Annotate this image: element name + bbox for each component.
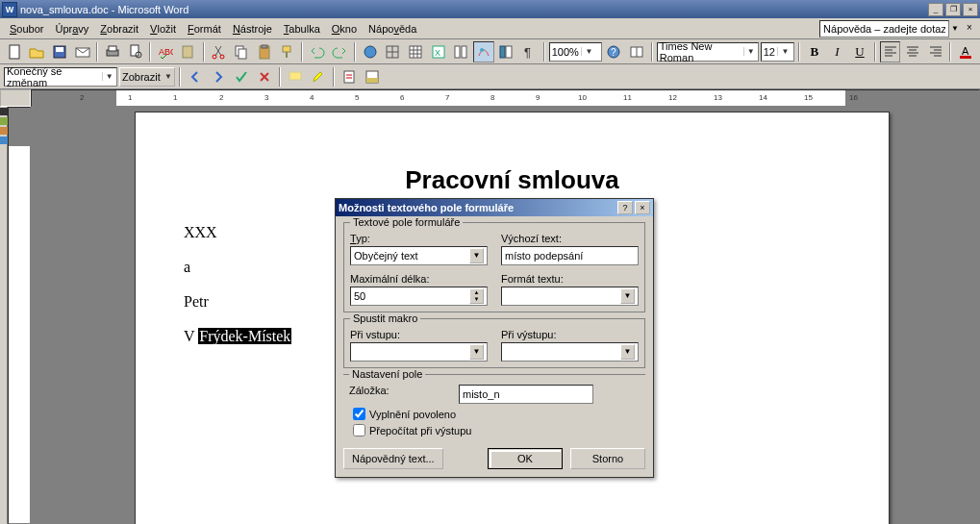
- menu-upravy[interactable]: Úpravy: [49, 21, 94, 37]
- type-select[interactable]: Obyčejný text▼: [350, 246, 488, 265]
- menu-soubor[interactable]: Soubor: [4, 21, 49, 37]
- recalc-check-icon[interactable]: [353, 424, 365, 437]
- menu-nastroje[interactable]: Nástroje: [227, 21, 278, 37]
- word-app-icon: W: [2, 2, 17, 17]
- underline-icon[interactable]: U: [849, 41, 870, 62]
- font-size-combo[interactable]: 12▼: [761, 42, 794, 62]
- maxlen-input[interactable]: 50 ▲ ▼: [350, 287, 488, 306]
- font-combo[interactable]: Times New Roman▼: [657, 42, 759, 62]
- svg-text:X: X: [435, 48, 440, 58]
- save-icon[interactable]: [49, 41, 70, 62]
- hyperlink-icon[interactable]: [360, 41, 381, 62]
- menu-zobrazit[interactable]: Zobrazit: [94, 21, 144, 37]
- minimize-button[interactable]: _: [928, 3, 943, 16]
- label-text-format: Formát textu:: [501, 273, 639, 285]
- insert-table-icon[interactable]: [405, 41, 426, 62]
- columns-icon[interactable]: [450, 41, 471, 62]
- close-button[interactable]: ×: [963, 3, 978, 16]
- track-changes-icon[interactable]: [339, 66, 360, 87]
- standard-toolbar: ABC X ¶ 100%▼ ? Times New Roman▼ 12▼ B I…: [0, 39, 980, 64]
- cancel-button[interactable]: Storno: [570, 448, 645, 469]
- dialog-titlebar[interactable]: Možnosti textového pole formuláře ? ×: [336, 199, 653, 216]
- svg-point-11: [220, 55, 224, 59]
- reviewing-toolbar: Konečný se změnam▼ Zobrazit▼: [0, 64, 980, 89]
- help-dropdown-icon[interactable]: ▼: [949, 24, 961, 33]
- read-icon[interactable]: [626, 41, 647, 62]
- prev-change-icon[interactable]: [185, 66, 206, 87]
- drawing-icon[interactable]: [473, 41, 494, 62]
- help-text-button[interactable]: Nápovědný text...: [343, 448, 443, 469]
- default-text-input[interactable]: [501, 246, 639, 265]
- vertical-ruler[interactable]: [8, 107, 31, 524]
- horizontal-ruler[interactable]: 2 1 1 2 3 4 5 6 7 8 9 10 11 12 13 14 15 …: [31, 89, 980, 107]
- align-center-icon[interactable]: [902, 41, 923, 62]
- italic-icon[interactable]: I: [827, 41, 848, 62]
- doc-map-icon[interactable]: [496, 41, 517, 62]
- menu-format[interactable]: Formát: [182, 21, 227, 37]
- highlight-icon[interactable]: [308, 66, 329, 87]
- help-search-input[interactable]: [819, 20, 949, 37]
- fieldset-macro: Spustit makro Při vstupu: ▼ Při výstupu:…: [343, 318, 645, 368]
- menu-okno[interactable]: Okno: [326, 21, 363, 37]
- svg-rect-15: [262, 45, 267, 48]
- ok-button[interactable]: OK: [488, 448, 563, 469]
- menu-tabulka[interactable]: Tabulka: [278, 21, 326, 37]
- cut-icon[interactable]: [209, 41, 230, 62]
- font-color-icon[interactable]: A: [955, 41, 976, 62]
- open-icon[interactable]: [27, 41, 48, 62]
- svg-rect-9: [183, 46, 192, 58]
- menu-vlozit[interactable]: Vložit: [144, 21, 182, 37]
- new-comment-icon[interactable]: [285, 66, 306, 87]
- legend-macro: Spustit makro: [350, 312, 420, 324]
- bookmark-input[interactable]: [459, 385, 593, 404]
- show-marks-icon[interactable]: ¶: [518, 41, 540, 62]
- svg-rect-37: [366, 78, 378, 83]
- svg-rect-27: [506, 46, 512, 58]
- redo-icon[interactable]: [330, 41, 351, 62]
- new-doc-icon[interactable]: [4, 41, 25, 62]
- accept-change-icon[interactable]: [231, 66, 252, 87]
- close-doc-button[interactable]: ×: [963, 22, 976, 36]
- entry-macro-select[interactable]: ▼: [350, 342, 488, 362]
- dialog-close-button[interactable]: ×: [635, 201, 650, 214]
- bold-icon[interactable]: B: [804, 41, 825, 62]
- form-field-highlight[interactable]: Frýdek-Místek: [198, 328, 291, 344]
- format-select[interactable]: ▼: [501, 287, 639, 306]
- label-default-text: Výchozí text:: [501, 233, 639, 244]
- window-title: nova_smlouva.doc - Microsoft Word: [20, 4, 188, 15]
- reject-change-icon[interactable]: [254, 66, 275, 87]
- svg-point-10: [213, 55, 216, 59]
- maximize-button[interactable]: ❐: [945, 3, 961, 16]
- reviewing-pane-icon[interactable]: [362, 66, 383, 87]
- zoom-combo[interactable]: 100%▼: [549, 42, 602, 62]
- excel-icon[interactable]: X: [428, 41, 449, 62]
- format-painter-icon[interactable]: [276, 41, 297, 62]
- help-icon[interactable]: ?: [604, 41, 625, 62]
- print-preview-icon[interactable]: [125, 41, 146, 62]
- mail-icon[interactable]: [72, 41, 93, 62]
- spellcheck-icon[interactable]: ABC: [155, 41, 176, 62]
- svg-rect-2: [56, 47, 63, 52]
- align-left-icon[interactable]: [880, 41, 901, 62]
- svg-text:A: A: [962, 45, 969, 57]
- svg-rect-34: [289, 72, 301, 80]
- exit-macro-select[interactable]: ▼: [501, 342, 639, 362]
- menu-napoveda[interactable]: Nápověda: [363, 21, 422, 37]
- show-combo[interactable]: Zobrazit▼: [119, 67, 175, 87]
- display-review-combo[interactable]: Konečný se změnam▼: [4, 67, 117, 87]
- fill-enabled-checkbox[interactable]: Vyplnění povoleno: [353, 408, 640, 420]
- form-field-options-dialog: Možnosti textového pole formuláře ? × Te…: [335, 198, 654, 478]
- tables-borders-icon[interactable]: [383, 41, 404, 62]
- dialog-help-button[interactable]: ?: [617, 201, 633, 214]
- copy-icon[interactable]: [231, 41, 252, 62]
- research-icon[interactable]: [178, 41, 199, 62]
- paste-icon[interactable]: [254, 41, 275, 62]
- doc-heading: Pracovní smlouva: [184, 165, 841, 195]
- fill-enabled-check-icon[interactable]: [353, 408, 365, 420]
- svg-rect-6: [131, 45, 138, 56]
- align-right-icon[interactable]: [925, 41, 946, 62]
- recalc-checkbox[interactable]: Přepočítat při výstupu: [353, 424, 640, 437]
- undo-icon[interactable]: [307, 41, 328, 62]
- next-change-icon[interactable]: [208, 66, 229, 87]
- print-icon[interactable]: [102, 41, 123, 62]
